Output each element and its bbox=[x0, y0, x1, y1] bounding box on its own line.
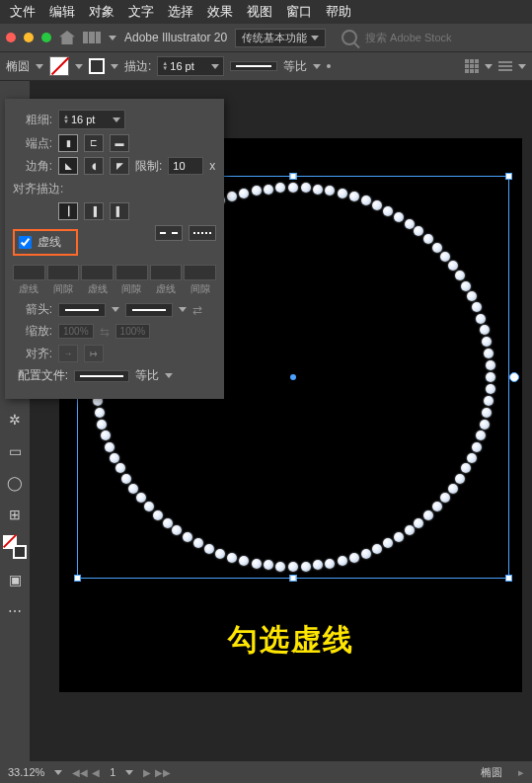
menu-file[interactable]: 文件 bbox=[10, 3, 36, 21]
pearl-bead bbox=[467, 453, 477, 463]
dash-3-input[interactable] bbox=[150, 265, 183, 280]
cap-projecting-button[interactable]: ▬ bbox=[110, 134, 129, 152]
window-close-button[interactable] bbox=[6, 33, 16, 42]
join-miter-button[interactable]: ◣ bbox=[58, 157, 78, 175]
chevron-down-icon[interactable] bbox=[518, 64, 526, 69]
join-bevel-button[interactable]: ◤ bbox=[110, 157, 129, 175]
tool-more[interactable]: ⋯ bbox=[4, 600, 26, 622]
menu-object[interactable]: 对象 bbox=[89, 3, 114, 21]
chevron-down-icon[interactable] bbox=[485, 64, 493, 69]
chevron-down-icon[interactable] bbox=[165, 373, 173, 378]
arrowhead-start-select[interactable] bbox=[58, 303, 106, 317]
gap-1-input[interactable] bbox=[47, 265, 80, 280]
tool-hand[interactable]: ⊞ bbox=[4, 504, 26, 525]
dashed-line-checkbox[interactable] bbox=[19, 236, 32, 249]
artboard-nav-fwd[interactable]: ▶▶▶ bbox=[143, 767, 171, 778]
search-placeholder[interactable]: 搜索 Adobe Stock bbox=[365, 31, 451, 45]
gap-3-input[interactable] bbox=[184, 265, 216, 280]
fill-swatch-none[interactable] bbox=[49, 56, 69, 76]
swap-arrows-icon[interactable]: ⇄ bbox=[192, 303, 202, 317]
dash-2-input[interactable] bbox=[81, 265, 114, 280]
pearl-bead bbox=[383, 538, 393, 548]
fill-stroke-indicator[interactable] bbox=[3, 535, 27, 559]
menu-window[interactable]: 窗口 bbox=[286, 3, 312, 21]
arrowhead-end-select[interactable] bbox=[125, 303, 173, 317]
artboard-index[interactable]: 1 bbox=[110, 766, 115, 778]
transform-panel-icon[interactable] bbox=[498, 61, 512, 71]
chevron-down-icon[interactable] bbox=[113, 117, 120, 122]
chevron-down-icon[interactable] bbox=[36, 64, 43, 69]
chevron-down-icon[interactable] bbox=[109, 36, 116, 40]
pearl-bead bbox=[467, 291, 477, 301]
pearl-bead bbox=[448, 261, 458, 271]
stroke-style-preview[interactable] bbox=[230, 61, 277, 71]
window-zoom-button[interactable] bbox=[41, 33, 51, 42]
gap-2-input[interactable] bbox=[115, 265, 148, 280]
miter-limit-input-wrap[interactable] bbox=[168, 157, 203, 175]
pearl-bead bbox=[482, 337, 492, 347]
dashed-line-checkbox-wrap[interactable]: 虚线 bbox=[13, 229, 78, 256]
pearl-bead bbox=[361, 196, 371, 205]
stroke-weight-input[interactable] bbox=[170, 60, 209, 72]
opacity-dot-icon[interactable] bbox=[327, 64, 331, 68]
align-stroke-outside[interactable]: ▌ bbox=[110, 202, 129, 220]
status-chevron-icon[interactable]: ▸ bbox=[518, 766, 524, 779]
menu-effect[interactable]: 效果 bbox=[207, 3, 233, 21]
pearl-bead bbox=[239, 556, 249, 566]
tool-symbol-sprayer[interactable]: ✲ bbox=[4, 409, 26, 431]
align-stroke-inside[interactable]: ▐ bbox=[84, 202, 104, 220]
dash-1-input[interactable] bbox=[13, 265, 45, 280]
artboard-nav[interactable]: ◀◀◀ bbox=[72, 767, 100, 778]
pearl-bead bbox=[486, 360, 495, 370]
profile-select[interactable] bbox=[74, 370, 129, 382]
tool-zoom[interactable]: ◯ bbox=[4, 472, 26, 494]
stroke-swatch[interactable] bbox=[89, 58, 105, 74]
menu-select[interactable]: 选择 bbox=[168, 3, 193, 21]
search-icon[interactable] bbox=[342, 30, 357, 45]
cap-butt-button[interactable]: ▮ bbox=[58, 134, 78, 152]
chevron-down-icon[interactable] bbox=[211, 64, 219, 69]
align-stroke-center[interactable]: ┃ bbox=[58, 202, 78, 220]
panel-weight-input[interactable] bbox=[71, 114, 111, 125]
handle-bottom-right[interactable] bbox=[505, 575, 512, 582]
menu-type[interactable]: 文字 bbox=[128, 3, 154, 21]
menu-edit[interactable]: 编辑 bbox=[49, 3, 75, 21]
tool-artboard[interactable]: ▭ bbox=[4, 440, 26, 462]
chevron-down-icon[interactable] bbox=[112, 307, 119, 312]
arrange-docs-icon[interactable] bbox=[83, 32, 101, 43]
chevron-down-icon[interactable] bbox=[179, 307, 187, 312]
chevron-down-icon[interactable] bbox=[75, 64, 83, 69]
zoom-level[interactable]: 33.12% bbox=[8, 766, 44, 778]
pearl-bead bbox=[163, 518, 173, 528]
window-minimize-button[interactable] bbox=[24, 33, 34, 42]
stepper-arrows-icon[interactable]: ▲▼ bbox=[63, 115, 69, 124]
pearl-bead bbox=[486, 372, 495, 382]
menu-help[interactable]: 帮助 bbox=[326, 3, 351, 21]
dash-mode-align[interactable] bbox=[189, 225, 216, 241]
handle-bottom-left[interactable] bbox=[74, 575, 81, 582]
pearl-bead bbox=[476, 314, 486, 324]
workspace-selector[interactable]: 传统基本功能 bbox=[235, 29, 326, 47]
cap-round-button[interactable]: ⊏ bbox=[84, 134, 104, 152]
handle-top-mid[interactable] bbox=[290, 173, 297, 180]
pearl-bead bbox=[101, 431, 111, 440]
pearl-bead bbox=[97, 420, 107, 430]
chevron-down-icon[interactable] bbox=[313, 64, 321, 69]
panel-weight-stepper[interactable]: ▲▼ bbox=[58, 110, 125, 129]
dash-mode-preserve[interactable] bbox=[155, 225, 183, 241]
chevron-down-icon[interactable] bbox=[111, 64, 118, 69]
tool-screen-mode[interactable]: ▣ bbox=[4, 569, 26, 590]
align-grid-icon[interactable] bbox=[465, 59, 479, 73]
miter-limit-input[interactable] bbox=[173, 160, 198, 172]
handle-right-mid[interactable] bbox=[509, 372, 519, 382]
chevron-down-icon[interactable] bbox=[125, 770, 133, 775]
menu-view[interactable]: 视图 bbox=[247, 3, 272, 21]
join-round-button[interactable]: ◖ bbox=[84, 157, 104, 175]
stepper-arrows-icon[interactable]: ▲▼ bbox=[162, 61, 168, 71]
handle-top-right[interactable] bbox=[505, 173, 512, 180]
handle-bottom-mid[interactable] bbox=[290, 575, 297, 582]
stroke-weight-stepper[interactable]: ▲▼ bbox=[157, 56, 224, 76]
chevron-down-icon[interactable] bbox=[54, 770, 62, 775]
pearl-bead bbox=[480, 420, 490, 430]
home-icon[interactable] bbox=[59, 31, 75, 44]
